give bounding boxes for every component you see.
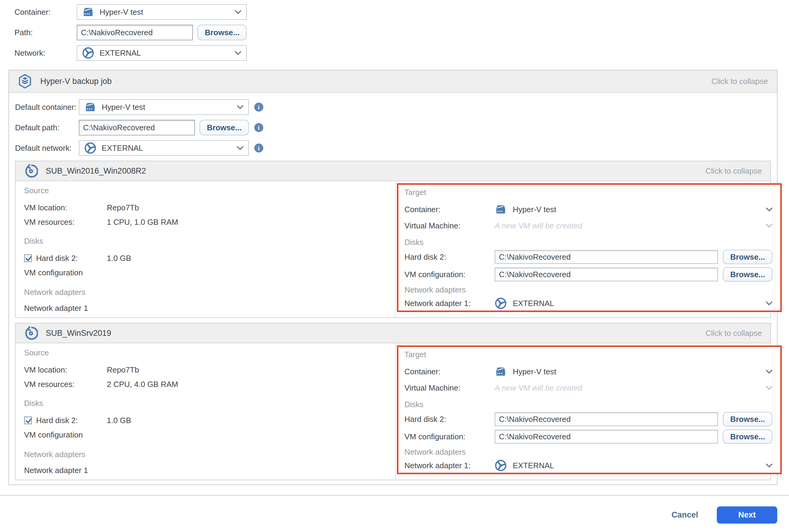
- target-vm-config-label: VM configuration:: [404, 432, 495, 441]
- chevron-down-icon: [235, 51, 241, 55]
- hyperv-backup-job-panel: Hyper-V backup job Click to collapse Def…: [8, 70, 777, 485]
- target-network-adapter-dropdown[interactable]: Network adapter 1: EXTERNAL: [404, 296, 772, 310]
- chevron-down-icon: [237, 146, 244, 150]
- info-icon[interactable]: [254, 102, 263, 112]
- path-input[interactable]: [77, 25, 193, 40]
- network-icon: [84, 142, 96, 154]
- info-icon[interactable]: [254, 144, 263, 153]
- network-adapter-label: Network adapter 1: [24, 466, 107, 475]
- target-container-value: Hyper-V test: [513, 205, 556, 214]
- hard-disk-checkbox-checked[interactable]: [24, 416, 32, 424]
- path-label: Path:: [15, 28, 77, 37]
- vm-resources-value: 2 CPU, 4.0 GB RAM: [107, 380, 178, 389]
- default-container-dropdown[interactable]: Hyper-V test: [79, 99, 249, 115]
- network-adapter-label: Network adapter 1:: [404, 299, 495, 308]
- browse-button[interactable]: Browse...: [723, 412, 772, 426]
- vm-location-label: VM location:: [24, 365, 107, 375]
- default-container-value: Hyper-V test: [102, 102, 145, 112]
- vm-location-value: Repo7Tb: [107, 365, 139, 375]
- hard-disk-label: Hard disk 2:: [36, 416, 107, 425]
- recovery-wizard-page: Container: Hyper-V test Path: Browse... …: [0, 0, 789, 532]
- hard-disk-checkbox-checked[interactable]: [24, 254, 32, 262]
- info-icon[interactable]: [254, 123, 263, 132]
- target-panel-highlighted: Target Container: Hyper-V test Virt: [397, 345, 782, 474]
- target-disks-section-label: Disks: [404, 400, 772, 409]
- collapse-hint: Click to collapse: [711, 77, 768, 86]
- default-path-input[interactable]: [79, 120, 195, 135]
- browse-button[interactable]: Browse...: [723, 430, 772, 444]
- job-panel-header[interactable]: Hyper-V backup job Click to collapse: [9, 71, 777, 93]
- job-panel-title: Hyper-V backup job: [40, 77, 112, 86]
- target-hard-disk-label: Hard disk 2:: [404, 252, 495, 262]
- vm-resources-value: 1 CPU, 1.0 GB RAM: [107, 217, 178, 227]
- chevron-down-icon: [766, 224, 772, 228]
- vm-header[interactable]: SUB_Win2016_Win2008R2 Click to collapse: [16, 161, 770, 181]
- target-panel-highlighted: Target Container: Hyper-V test Virt: [397, 183, 782, 312]
- default-container-row: Default container: Hyper-V test: [15, 99, 771, 115]
- target-vm-dropdown-disabled[interactable]: Virtual Machine: A new VM will be create…: [404, 218, 772, 233]
- virtual-machine-label: Virtual Machine:: [404, 383, 495, 393]
- source-panel: Source VM location:Repo7Tb VM resources:…: [16, 343, 396, 480]
- network-label: Network:: [15, 49, 77, 58]
- default-path-label: Default path:: [15, 123, 79, 132]
- top-form: Container: Hyper-V test Path: Browse... …: [15, 4, 247, 65]
- container-drive-icon: [495, 366, 507, 377]
- target-container-dropdown[interactable]: Container: Hyper-V test: [404, 202, 772, 217]
- target-network-adapter-dropdown[interactable]: Network adapter 1: EXTERNAL: [404, 458, 772, 473]
- container-label: Container:: [15, 7, 77, 17]
- chevron-down-icon: [766, 386, 772, 390]
- target-container-label: Container:: [404, 205, 495, 214]
- vm-config-path-input[interactable]: [495, 267, 718, 281]
- vm-resources-label: VM resources:: [24, 380, 107, 389]
- chevron-down-icon: [766, 369, 772, 374]
- vm-header[interactable]: SUB_WinSrv2019 Click to collapse: [16, 323, 770, 343]
- browse-button[interactable]: Browse...: [197, 25, 247, 40]
- hard-disk-size: 1.0 GB: [107, 254, 131, 263]
- target-section-label: Target: [404, 188, 772, 197]
- vm-config-path-input[interactable]: [495, 430, 718, 443]
- default-network-label: Default network:: [15, 144, 79, 153]
- source-section-label: Source: [24, 186, 395, 195]
- hard-disk-size: 1.0 GB: [107, 416, 131, 425]
- browse-button[interactable]: Browse...: [199, 120, 249, 135]
- network-adapter-label: Network adapter 1: [24, 304, 107, 313]
- virtual-machine-label: Virtual Machine:: [404, 221, 495, 230]
- network-adapter-label: Network adapter 1:: [404, 461, 495, 470]
- container-dropdown-value: Hyper-V test: [100, 7, 143, 17]
- hard-disk-path-input[interactable]: [495, 250, 718, 264]
- network-icon: [495, 459, 507, 472]
- browse-button[interactable]: Browse...: [723, 250, 772, 264]
- target-vm-dropdown-disabled[interactable]: Virtual Machine: A new VM will be create…: [404, 381, 772, 395]
- container-row: Container: Hyper-V test: [15, 4, 247, 20]
- disks-section-label: Disks: [24, 399, 395, 408]
- network-icon: [495, 297, 507, 309]
- container-dropdown[interactable]: Hyper-V test: [77, 4, 247, 20]
- hard-disk-path-input[interactable]: [495, 412, 718, 426]
- target-container-label: Container:: [404, 367, 495, 376]
- chevron-down-icon: [235, 10, 241, 14]
- job-panel-body: Default container: Hyper-V test Default …: [9, 93, 777, 480]
- container-drive-icon: [495, 204, 507, 214]
- vm-configuration-label: VM configuration: [24, 268, 107, 278]
- default-container-label: Default container:: [15, 102, 79, 112]
- vm-configuration-label: VM configuration: [24, 430, 107, 440]
- default-network-dropdown[interactable]: EXTERNAL: [79, 140, 249, 156]
- chevron-down-icon: [766, 463, 772, 468]
- cancel-button[interactable]: Cancel: [671, 510, 698, 520]
- disks-section-label: Disks: [24, 236, 395, 246]
- browse-button[interactable]: Browse...: [723, 267, 772, 282]
- network-dropdown[interactable]: EXTERNAL: [77, 45, 247, 61]
- vm-resources-label: VM resources:: [24, 217, 107, 227]
- network-adapters-section-label: Network adapters: [24, 450, 395, 459]
- network-row: Network: EXTERNAL: [15, 45, 247, 61]
- next-button[interactable]: Next: [717, 507, 777, 524]
- target-section-label: Target: [404, 350, 772, 359]
- target-hard-disk-label: Hard disk 2:: [404, 415, 495, 424]
- network-adapter-value: EXTERNAL: [513, 461, 554, 470]
- source-panel: Source VM location:Repo7Tb VM resources:…: [16, 181, 396, 318]
- target-container-dropdown[interactable]: Container: Hyper-V test: [404, 364, 772, 379]
- default-path-row: Default path: Browse...: [15, 120, 771, 135]
- recovery-icon: [24, 164, 38, 178]
- target-disks-section-label: Disks: [404, 238, 772, 247]
- container-drive-icon: [84, 102, 96, 112]
